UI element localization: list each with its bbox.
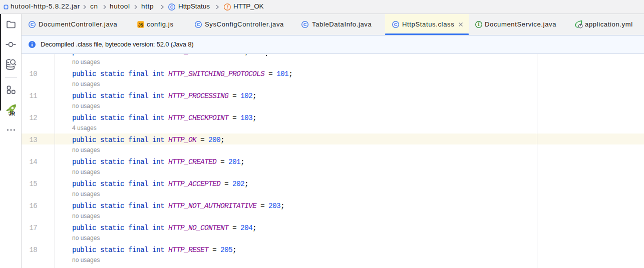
svg-text:C: C (303, 22, 307, 27)
svg-text:JS: JS (138, 22, 144, 28)
svg-text:C: C (394, 22, 398, 27)
svg-text:C: C (31, 22, 34, 27)
svg-text:C: C (197, 22, 200, 27)
svg-text:JR: JR (9, 111, 16, 116)
svg-text:C: C (170, 4, 174, 10)
svg-text:I: I (478, 22, 480, 27)
